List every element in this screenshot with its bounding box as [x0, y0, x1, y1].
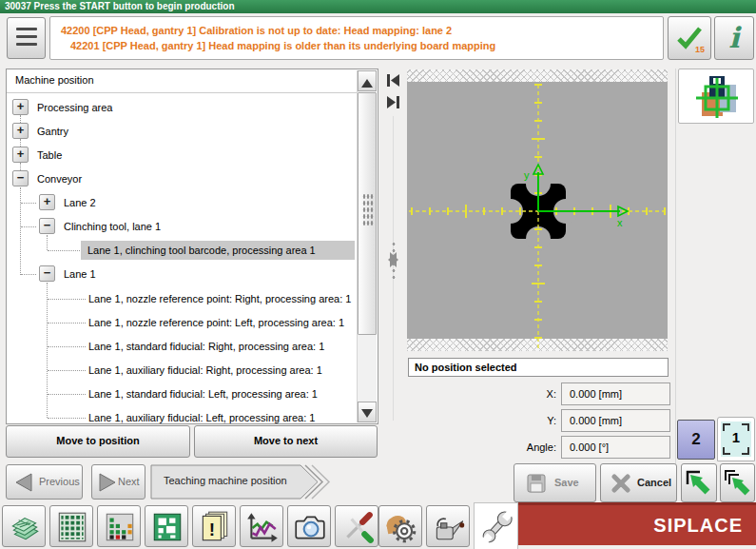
expander-icon[interactable]: − [39, 218, 55, 234]
floppy-disk-icon [526, 474, 547, 493]
maintenance-button[interactable] [426, 505, 470, 547]
exit-step-button[interactable] [681, 463, 717, 502]
y-field-label: Y: [458, 409, 556, 432]
acknowledge-button[interactable]: 15 [668, 16, 711, 60]
splitter-handle[interactable] [380, 245, 406, 275]
angle-field-label: Angle: [458, 436, 556, 459]
info-icon: i [728, 21, 739, 54]
return-arrow-icon [685, 469, 713, 498]
arrow-down-icon [361, 409, 373, 423]
board-view-button[interactable] [145, 505, 188, 547]
cancel-x-icon [611, 474, 631, 493]
move-to-position-button[interactable]: Move to position [6, 425, 190, 458]
boards-stack-icon [7, 510, 43, 544]
alert-message-box[interactable]: 42200 [CPP Head, gantry 1] Calibration i… [49, 16, 664, 60]
previous-arrow-icon [12, 472, 35, 493]
camera-icon [292, 510, 328, 544]
x-field-label: X: [458, 382, 556, 405]
exit-wizard-button[interactable] [720, 463, 755, 502]
scroll-up-button[interactable] [358, 70, 377, 91]
manual-operation-button[interactable] [378, 505, 422, 547]
grip-dots-icon [362, 193, 374, 227]
skip-back-icon [383, 71, 403, 89]
alert-line-1: 42200 [CPP Head, gantry 1] Calibration i… [61, 23, 663, 38]
info-button[interactable]: i [714, 16, 754, 60]
move-to-next-button[interactable]: Move to next [194, 425, 378, 458]
selected-row-highlight[interactable]: Lane 1, clinching tool barcode, processi… [81, 241, 355, 260]
adjustment-tools-button[interactable] [335, 505, 378, 547]
skip-forward-icon [383, 93, 403, 111]
status-bar: 30037 Press the START button to begin pr… [0, 0, 756, 13]
axis-x-label: x [617, 217, 623, 228]
boards-overview-button[interactable] [2, 505, 46, 547]
previous-button[interactable]: Previous [6, 464, 83, 500]
tools-icon [339, 510, 376, 544]
return-all-arrow-icon [724, 469, 752, 498]
axis-y-label: y [524, 169, 530, 181]
expander-icon[interactable]: − [12, 170, 29, 186]
alert-line-2: 42201 [CPP Head, gantry 1] Head mapping … [61, 38, 663, 53]
status-bar-message: 30037 Press the START button to begin pr… [5, 1, 235, 11]
go-next-position-button[interactable] [383, 93, 403, 111]
scrollbar-thumb[interactable] [358, 92, 377, 335]
hamburger-icon [16, 28, 37, 30]
siplace-logo: SIPLACE [653, 515, 743, 537]
gantry-2-button[interactable]: 2 [677, 420, 715, 460]
gantry-1-button[interactable]: 1 [717, 417, 755, 461]
camera-image-button[interactable] [287, 505, 331, 547]
angle-field[interactable]: 0.000 [°] [561, 436, 670, 459]
expander-icon[interactable]: + [12, 123, 29, 139]
brand-bar: SIPLACE [518, 502, 756, 545]
component-status-icon [102, 510, 138, 544]
cancel-button[interactable]: Cancel [600, 463, 677, 502]
statistics-button[interactable] [240, 505, 283, 547]
position-status: No position selected [408, 358, 669, 377]
save-button[interactable]: Save [514, 463, 596, 502]
feeder-table-icon [54, 510, 90, 544]
next-button[interactable]: Next [91, 464, 145, 500]
expander-icon[interactable]: + [12, 99, 29, 115]
service-tab-selected[interactable] [474, 502, 518, 549]
next-arrow-icon [96, 472, 119, 493]
wizard-step-banner[interactable]: Teaching machine position [150, 464, 340, 500]
scroll-down-button[interactable] [358, 402, 377, 422]
camera-view[interactable]: y x [407, 69, 668, 351]
expander-icon[interactable]: − [39, 265, 55, 282]
splitter-column [380, 69, 406, 424]
alert-count-badge: 15 [695, 45, 705, 54]
go-first-position-button[interactable] [383, 71, 403, 89]
pcb-board-icon [149, 510, 185, 544]
y-field[interactable]: 0.000 [mm] [561, 409, 670, 432]
panel-title: Machine position [15, 74, 94, 86]
expander-icon[interactable]: + [39, 194, 55, 210]
fiducial-crosshair-graphic: y x [407, 69, 668, 351]
oil-can-icon [431, 510, 467, 544]
machine-position-panel: Machine position + Processing area + Gan… [6, 69, 378, 424]
tree-scrollbar[interactable] [357, 70, 377, 422]
component-status-button[interactable] [97, 505, 141, 547]
warning-list-icon: ! [197, 510, 233, 544]
manual-gear-icon [383, 510, 419, 544]
statistics-icon [244, 510, 281, 544]
arrow-up-icon [361, 73, 373, 88]
feeder-table-button[interactable] [49, 505, 93, 547]
vision-position-icon [695, 74, 739, 120]
splitter-right-arrow-icon [390, 252, 406, 267]
wrench-icon [479, 510, 515, 544]
menu-button[interactable] [7, 17, 46, 59]
x-field[interactable]: 0.000 [mm] [561, 382, 670, 405]
vision-view-tab[interactable] [678, 69, 754, 124]
gantry-1-selected-frame: 1 [721, 422, 751, 457]
error-list-button[interactable]: ! [192, 505, 236, 547]
svg-text:!: ! [209, 520, 215, 540]
expander-icon[interactable]: + [12, 147, 29, 163]
